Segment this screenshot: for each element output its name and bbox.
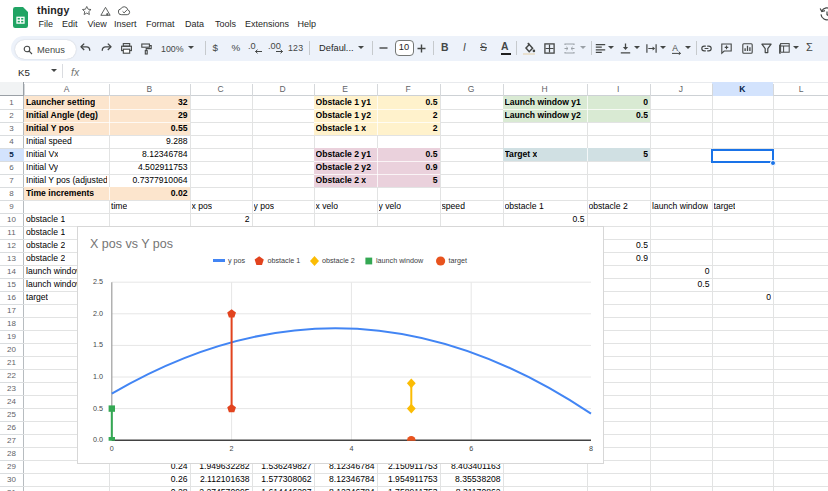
svg-text:A: A bbox=[672, 42, 678, 52]
